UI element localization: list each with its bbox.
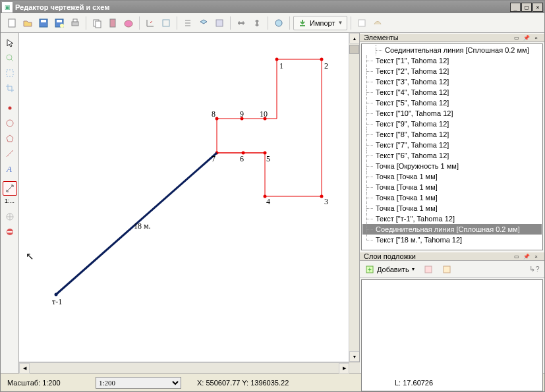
svg-rect-6 bbox=[72, 22, 78, 26]
tree-item[interactable]: Текст ["10", Tahoma 12] bbox=[362, 108, 542, 119]
tree-item[interactable]: Текст ["6", Tahoma 12] bbox=[362, 150, 542, 161]
svg-point-26 bbox=[320, 195, 324, 198]
svg-point-11 bbox=[125, 20, 132, 27]
tree-item[interactable]: Соединительная линия [Сплошная 0.2 мм] bbox=[362, 224, 542, 235]
svg-point-24 bbox=[275, 58, 279, 61]
panel-dock-icon[interactable]: ▭ bbox=[512, 253, 521, 260]
tree-item[interactable]: Точка [Окружность 1 мм] bbox=[362, 161, 542, 171]
globe-button[interactable] bbox=[272, 16, 286, 30]
svg-text:2: 2 bbox=[324, 61, 328, 70]
svg-rect-9 bbox=[96, 21, 101, 28]
open-button[interactable] bbox=[20, 16, 35, 30]
tree-item[interactable]: Текст ["7", Tahoma 12] bbox=[362, 140, 542, 150]
compass-tool[interactable] bbox=[3, 210, 17, 224]
save-button[interactable] bbox=[36, 16, 51, 30]
toolbar-separator bbox=[177, 16, 177, 30]
drawing-canvas[interactable]: 1 2 3 4 5 6 7 8 9 10 т-1 18 м. ↖ bbox=[19, 33, 349, 362]
toolbar-separator bbox=[139, 16, 140, 30]
grid-button[interactable] bbox=[159, 16, 173, 30]
height-button[interactable] bbox=[250, 16, 264, 30]
window-title: Редактор чертежей и схем bbox=[15, 3, 510, 11]
delete-tool[interactable] bbox=[3, 225, 17, 239]
close-button[interactable]: × bbox=[532, 3, 543, 12]
tree-item[interactable]: Точка [Точка 1 мм] bbox=[362, 203, 542, 213]
tree-item[interactable]: Текст ["4", Tahoma 12] bbox=[362, 87, 542, 98]
layers-list[interactable] bbox=[361, 279, 543, 391]
svg-rect-12 bbox=[163, 20, 169, 26]
titlebar: ▣ Редактор чертежей и схем _ □ × bbox=[1, 1, 544, 13]
tree-item[interactable]: Текст ["3", Tahoma 12] bbox=[362, 76, 542, 87]
import-button[interactable]: Импорт ▼ bbox=[293, 16, 347, 30]
new-button[interactable] bbox=[5, 16, 19, 30]
status-scale-label: Масштаб: 1:200 bbox=[3, 376, 96, 389]
svg-point-16 bbox=[7, 55, 12, 60]
mouse-cursor-icon: ↖ bbox=[26, 250, 34, 262]
layer-tool-1[interactable] bbox=[421, 262, 436, 277]
print-button[interactable] bbox=[68, 16, 82, 30]
svg-rect-50 bbox=[444, 266, 450, 273]
polygon-tool[interactable] bbox=[3, 131, 17, 146]
zoom-select[interactable]: 1:200 bbox=[96, 377, 181, 389]
layers-panel-title: Слои подложки bbox=[364, 252, 416, 260]
tree-item[interactable]: Текст ["18 м.", Tahoma 12] bbox=[362, 235, 542, 245]
tree-item[interactable]: Соединительная линия [Сплошная 0.2 мм] bbox=[362, 45, 542, 55]
axes-button[interactable] bbox=[143, 16, 158, 30]
rect-select-tool[interactable] bbox=[3, 66, 17, 80]
elements-tree[interactable]: Соединительная линия [Сплошная 0.2 мм]Те… bbox=[361, 43, 543, 250]
zoom-extent-tool[interactable] bbox=[3, 51, 17, 65]
svg-rect-13 bbox=[216, 20, 223, 26]
tree-item[interactable]: Текст ["т-1", Tahoma 12] bbox=[362, 213, 542, 224]
tree-item[interactable]: Точка [Точка 1 мм] bbox=[362, 171, 542, 182]
svg-text:9: 9 bbox=[240, 109, 244, 119]
copy-button[interactable] bbox=[90, 16, 104, 30]
panel-close-icon[interactable]: × bbox=[532, 253, 540, 260]
horizontal-scrollbar[interactable]: ◀ ▶ bbox=[19, 362, 349, 373]
circle-tool[interactable] bbox=[3, 116, 17, 130]
tree-item[interactable]: Точка [Точка 1 мм] bbox=[362, 192, 542, 203]
svg-text:4: 4 bbox=[266, 197, 270, 206]
panel-pin-icon[interactable]: 📌 bbox=[522, 34, 531, 42]
tree-item[interactable]: Текст ["5", Tahoma 12] bbox=[362, 98, 542, 108]
text-tool[interactable]: A bbox=[3, 161, 17, 176]
tree-item[interactable]: Текст ["2", Tahoma 12] bbox=[362, 66, 542, 76]
pointer-tool[interactable] bbox=[3, 36, 17, 50]
layers-help-button[interactable]: ↳? bbox=[527, 262, 542, 277]
layers-panel-header: Слои подложки ▭ 📌 × bbox=[360, 252, 544, 261]
vertical-toolbar: A 1:... bbox=[1, 33, 19, 373]
scroll-left-button[interactable]: ◀ bbox=[19, 363, 30, 374]
crop-tool[interactable] bbox=[3, 81, 17, 96]
tree-item[interactable]: Текст ["9", Tahoma 12] bbox=[362, 119, 542, 129]
svg-rect-4 bbox=[57, 20, 62, 22]
add-layer-button[interactable]: + Добавить ▾ bbox=[362, 264, 417, 275]
paste-button[interactable] bbox=[105, 16, 120, 30]
svg-rect-10 bbox=[110, 19, 115, 27]
panel-pin-icon[interactable]: 📌 bbox=[522, 253, 531, 260]
palette-button[interactable] bbox=[121, 16, 136, 30]
app-icon: ▣ bbox=[2, 2, 13, 13]
props-button[interactable] bbox=[212, 16, 227, 30]
doc1-button[interactable] bbox=[355, 16, 369, 30]
point-tool[interactable] bbox=[3, 101, 17, 115]
measure-tool[interactable] bbox=[3, 181, 17, 196]
save-as-button[interactable] bbox=[52, 16, 67, 30]
minimize-button[interactable]: _ bbox=[510, 3, 521, 12]
doc2-button[interactable] bbox=[370, 16, 385, 30]
panel-close-icon[interactable]: × bbox=[532, 34, 540, 42]
add-layer-label: Добавить bbox=[377, 266, 409, 273]
panel-dock-icon[interactable]: ▭ bbox=[512, 34, 521, 42]
list-button[interactable] bbox=[181, 16, 195, 30]
scroll-right-button[interactable]: ▶ bbox=[339, 363, 349, 374]
scroll-down-button[interactable]: ▼ bbox=[349, 351, 360, 362]
layers-button[interactable] bbox=[196, 16, 211, 30]
line-tool[interactable] bbox=[3, 146, 17, 161]
width-button[interactable] bbox=[234, 16, 248, 30]
maximize-button[interactable]: □ bbox=[521, 3, 532, 12]
tree-item[interactable]: Текст ["8", Tahoma 12] bbox=[362, 129, 542, 140]
vertical-scrollbar[interactable]: ▲ ▼ bbox=[349, 33, 359, 362]
toolbar-separator bbox=[289, 16, 290, 30]
scroll-up-button[interactable]: ▲ bbox=[349, 33, 360, 43]
svg-text:6: 6 bbox=[240, 154, 244, 163]
tree-item[interactable]: Текст ["1", Tahoma 12] bbox=[362, 55, 542, 66]
tree-item[interactable]: Точка [Точка 1 мм] bbox=[362, 182, 542, 192]
layer-tool-2[interactable] bbox=[440, 262, 454, 277]
